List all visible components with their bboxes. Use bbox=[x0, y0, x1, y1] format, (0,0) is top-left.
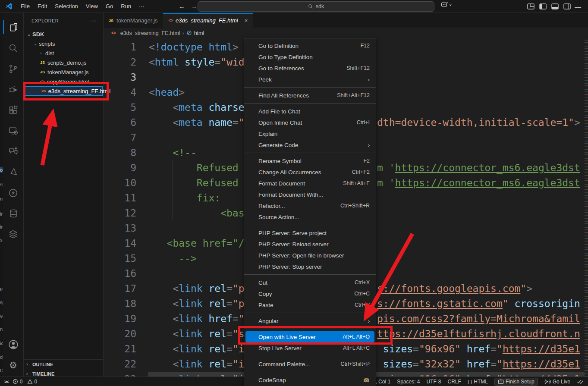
js-file-icon: JS bbox=[40, 70, 45, 74]
tree-item-dist[interactable]: ›dist bbox=[24, 48, 104, 58]
search-icon[interactable] bbox=[3, 38, 23, 58]
menu-item-peek[interactable]: Peek› bbox=[245, 74, 374, 85]
forward-arrow-icon[interactable]: → bbox=[191, 3, 198, 10]
menu-item-go-to-references[interactable]: Go to ReferencesShift+F12 bbox=[245, 63, 374, 74]
status-crlf[interactable]: CRLF bbox=[448, 379, 461, 385]
panel-outline[interactable]: ›OUTLINE bbox=[24, 359, 103, 369]
menu-file[interactable]: File bbox=[17, 1, 34, 11]
menu-item-change-all-occurrences[interactable]: Change All OccurrencesCtrl+F2 bbox=[245, 166, 374, 178]
status-finish-setup[interactable]: Finish Setup bbox=[494, 378, 538, 386]
account-icon[interactable] bbox=[3, 335, 23, 355]
minimap[interactable] bbox=[585, 38, 588, 377]
breadcrumb-symbol[interactable]: html bbox=[194, 30, 204, 36]
thunder-client-icon[interactable] bbox=[3, 183, 23, 203]
menu-item-codesnap[interactable]: CodeSnap bbox=[245, 374, 374, 386]
command-center-search[interactable]: sdk bbox=[198, 1, 434, 12]
status-html[interactable]: { }HTML bbox=[468, 379, 488, 385]
layout-sidebar-right-icon[interactable] bbox=[563, 3, 571, 9]
activity-bar: ⚙ bbox=[3, 13, 24, 377]
tab-tokenmanager-js[interactable]: JStokenManager.js bbox=[104, 13, 163, 28]
menu-item-open-inline-chat[interactable]: Open Inline ChatCtrl+I bbox=[245, 117, 374, 128]
menu-item-label: Open Inline Chat bbox=[258, 119, 348, 126]
menu-item-php-server-serve-project[interactable]: PHP Server: Serve project bbox=[245, 227, 374, 239]
menu-item-shortcut: Ctrl+X bbox=[355, 279, 370, 286]
run-debug-icon[interactable] bbox=[3, 79, 23, 99]
status-0[interactable]: 0 bbox=[13, 379, 23, 385]
menu-item-explain[interactable]: Explain bbox=[245, 128, 374, 139]
menu-item-format-document-with[interactable]: Format Document With... bbox=[245, 189, 374, 200]
menu-item-shortcut: Shift+Alt+F12 bbox=[337, 92, 370, 98]
code-line-21-continued: sizes="96x96" href="https://d35e1 bbox=[377, 342, 580, 357]
menu-item-format-document[interactable]: Format DocumentShift+Alt+F bbox=[245, 178, 374, 189]
layout-sidebar-left-icon[interactable] bbox=[539, 3, 547, 9]
code-line-15: --> bbox=[149, 251, 197, 266]
menu-item-command-palette[interactable]: Command Palette...Ctrl+Shift+P bbox=[245, 358, 374, 370]
menu-item-php-server-reload-server[interactable]: PHP Server: Reload server bbox=[245, 239, 374, 250]
tree-item-sdk[interactable]: ⌄SDK bbox=[24, 29, 104, 39]
status-double-check[interactable] bbox=[577, 379, 584, 384]
tree-item-tokenmanager-js[interactable]: JStokenManager.js bbox=[24, 67, 104, 77]
layout-grid-icon[interactable] bbox=[527, 3, 535, 9]
menu-item-generate-code[interactable]: Generate Code› bbox=[245, 139, 374, 151]
menu-separator bbox=[244, 103, 376, 104]
menu-item-rename-symbol[interactable]: Rename SymbolF2 bbox=[245, 155, 374, 166]
menu-item-go-to-definition[interactable]: Go to DefinitionF12 bbox=[245, 40, 374, 51]
explorer-actions-icon[interactable]: ··· bbox=[90, 17, 97, 24]
tree-item-scripts-demo-js[interactable]: JSscripts_demo.js bbox=[24, 58, 104, 67]
source-control-icon[interactable] bbox=[3, 59, 23, 78]
database-icon[interactable] bbox=[3, 204, 23, 223]
status-text: Spaces: 4 bbox=[397, 379, 420, 385]
background-text-fragment: Co bbox=[0, 368, 3, 373]
menu-separator bbox=[244, 274, 376, 275]
status-text: 0 bbox=[35, 379, 38, 385]
status-0[interactable]: 0 bbox=[27, 379, 38, 385]
status-utf-8[interactable]: UTF-8 bbox=[427, 379, 441, 385]
chevron-right-icon: › bbox=[40, 51, 45, 56]
settings-icon[interactable]: ⚙ bbox=[3, 355, 23, 375]
menu-item-php-server-open-file-in-browser[interactable]: PHP Server: Open file in browser bbox=[245, 250, 374, 261]
remote-explorer-icon[interactable] bbox=[3, 121, 23, 141]
menu-item-copy[interactable]: CopyCtrl+C bbox=[245, 288, 374, 299]
extensions-icon[interactable] bbox=[3, 100, 23, 120]
menu-item-find-all-references[interactable]: Find All ReferencesShift+Alt+F12 bbox=[245, 90, 374, 101]
copilot-menu-button[interactable]: ∨ bbox=[441, 2, 452, 8]
line-number: 20 bbox=[104, 326, 136, 342]
menu-edit[interactable]: Edit bbox=[34, 1, 51, 11]
code-line-6: <meta name=" bbox=[149, 115, 245, 130]
menu-item-label: Angular bbox=[258, 318, 359, 324]
layers-icon[interactable] bbox=[3, 224, 23, 244]
menu-item-label: CodeSnap bbox=[258, 377, 360, 383]
line-number: 14 bbox=[104, 236, 136, 251]
layout-panel-icon[interactable] bbox=[551, 3, 559, 9]
breadcrumb-file[interactable]: e3ds_streaming_FE.html bbox=[120, 30, 180, 36]
menu-view[interactable]: View bbox=[82, 1, 102, 11]
line-number: 18 bbox=[104, 296, 136, 311]
menu-selection[interactable]: Selection bbox=[51, 1, 82, 11]
status-go-live[interactable]: Go Live bbox=[544, 379, 570, 385]
menu-item-paste[interactable]: PasteCtrl+V bbox=[245, 299, 374, 311]
status-spaces-4[interactable]: Spaces: 4 bbox=[397, 379, 420, 385]
prisma-icon[interactable] bbox=[3, 162, 23, 182]
minimize-button[interactable]: — bbox=[572, 0, 584, 13]
menu-item-refactor[interactable]: Refactor...Ctrl+Shift+R bbox=[245, 200, 374, 211]
close-icon[interactable]: × bbox=[245, 17, 248, 24]
tree-item-scripts[interactable]: ⌄scripts bbox=[24, 39, 104, 48]
menu-item-angular[interactable]: Angular› bbox=[245, 315, 374, 326]
menu-item-add-file-to-chat[interactable]: Add File to Chat bbox=[245, 106, 374, 117]
menu-item-php-server-stop-server[interactable]: PHP Server: Stop server bbox=[245, 261, 374, 272]
html-file-icon: <> bbox=[111, 31, 116, 35]
js-file-icon: JS bbox=[109, 19, 113, 23]
menu-go[interactable]: Go bbox=[102, 1, 117, 11]
tree-item-label: scripts_demo.js bbox=[47, 60, 86, 66]
explorer-icon[interactable] bbox=[3, 17, 23, 37]
status-remote[interactable]: >< bbox=[4, 379, 8, 385]
back-arrow-icon[interactable]: ← bbox=[179, 3, 185, 10]
tab-e3ds-streaming-fe-html[interactable]: <>e3ds_streaming_FE.html× bbox=[163, 13, 253, 28]
menu-item-go-to-type-definition[interactable]: Go to Type Definition bbox=[245, 51, 374, 63]
menu-item-source-action[interactable]: Source Action... bbox=[245, 211, 374, 223]
menu-run[interactable]: Run bbox=[117, 1, 135, 11]
menu-[interactable]: ··· bbox=[135, 1, 148, 11]
breadcrumb-separator: › bbox=[182, 30, 184, 36]
copilot-chat-icon[interactable] bbox=[3, 141, 23, 161]
menu-item-cut[interactable]: CutCtrl+X bbox=[245, 277, 374, 288]
